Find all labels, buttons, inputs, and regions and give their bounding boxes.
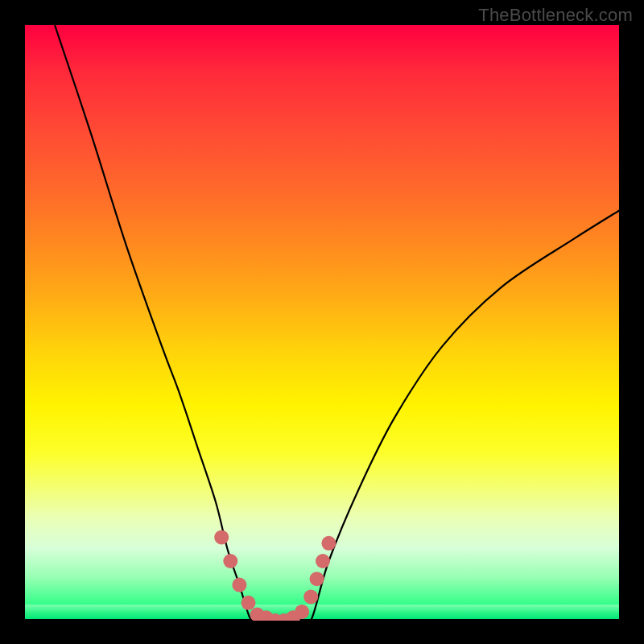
chart-svg — [25, 25, 621, 621]
data-marker — [295, 605, 309, 619]
data-marker — [223, 554, 237, 568]
data-marker — [316, 554, 330, 568]
data-marker — [242, 596, 256, 610]
plot-area — [24, 24, 620, 620]
data-marker — [321, 536, 336, 551]
outer-frame: TheBottleneck.com — [0, 0, 644, 644]
data-marker — [310, 572, 324, 586]
watermark-text: TheBottleneck.com — [478, 5, 633, 26]
marker-group — [214, 530, 336, 621]
data-marker — [214, 530, 229, 544]
data-marker — [303, 589, 318, 604]
data-marker — [232, 578, 246, 592]
bottleneck-curve — [55, 25, 621, 621]
curve-group — [55, 25, 621, 621]
